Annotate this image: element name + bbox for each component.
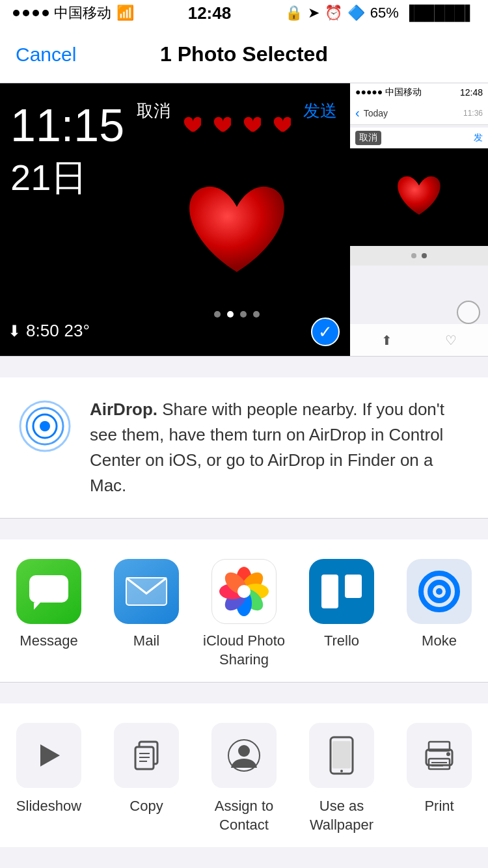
moke-logo-icon bbox=[416, 569, 462, 614]
action-item-copy[interactable]: Copy bbox=[104, 723, 189, 816]
selection-checkmark: ✓ bbox=[311, 318, 340, 346]
assign-label: Assign to Contact bbox=[202, 797, 286, 834]
status-right: 🔒 ➤ ⏰ 🔷 65% ▐█████▌ bbox=[285, 5, 475, 21]
message-app-label: Message bbox=[20, 632, 77, 651]
photos-pinwheel-icon bbox=[218, 565, 270, 617]
slideshow-label: Slideshow bbox=[16, 797, 81, 816]
mail-app-label: Mail bbox=[133, 632, 159, 651]
signal-dots bbox=[13, 10, 49, 16]
app-item-mail[interactable]: Mail bbox=[104, 559, 189, 651]
print-label: Print bbox=[424, 797, 454, 816]
assign-icon-box bbox=[211, 723, 277, 788]
icloud-app-icon bbox=[211, 559, 277, 624]
clock-date: 21日 bbox=[10, 154, 87, 203]
status-time: 12:48 bbox=[188, 3, 232, 23]
svg-marker-5 bbox=[34, 603, 40, 610]
app-item-message[interactable]: Message bbox=[7, 559, 91, 651]
mini-share-icon: ⬆ bbox=[381, 332, 392, 348]
airdrop-title: AirDrop. bbox=[90, 400, 157, 419]
mini-today-label: Today bbox=[364, 108, 388, 118]
dot-2 bbox=[227, 311, 234, 318]
copy-label: Copy bbox=[129, 797, 163, 816]
wallpaper-icon-box bbox=[309, 723, 374, 788]
dots-indicator bbox=[124, 311, 350, 318]
mini-cancel-cn: 取消 bbox=[355, 131, 381, 145]
dot-4 bbox=[253, 311, 260, 318]
mail-app-icon bbox=[114, 559, 179, 624]
mail-envelope-icon bbox=[124, 575, 169, 608]
mini-heart-icon bbox=[390, 168, 448, 226]
mini-time: 12:48 bbox=[460, 87, 483, 98]
svg-point-36 bbox=[446, 752, 450, 756]
svg-point-30 bbox=[340, 770, 343, 772]
svg-point-27 bbox=[238, 745, 250, 757]
copy-icon-box bbox=[114, 723, 179, 788]
spacer-3 bbox=[0, 683, 488, 693]
photo-1[interactable]: 11:15 21日 ⬇ 8:50 23° bbox=[0, 83, 124, 357]
temp-label: 23° bbox=[64, 321, 90, 341]
location-icon: ➤ bbox=[308, 5, 319, 21]
action-item-assign[interactable]: Assign to Contact bbox=[202, 723, 286, 834]
svg-point-16 bbox=[237, 585, 251, 598]
wallpaper-label: Use as Wallpaper bbox=[299, 797, 384, 834]
spacer-2 bbox=[0, 519, 488, 529]
photo-3[interactable]: ●●●●● 中国移动 12:48 ‹ Today 11:36 取消 发 bbox=[350, 83, 488, 357]
dot-1 bbox=[214, 311, 221, 318]
app-item-icloud[interactable]: iCloud Photo Sharing bbox=[202, 559, 286, 669]
printer-icon bbox=[420, 738, 459, 774]
mini-dot-2 bbox=[422, 253, 427, 258]
mini-select-circle bbox=[457, 301, 480, 324]
app-share-row: Message Mail bbox=[0, 539, 488, 683]
action-item-print[interactable]: Print bbox=[397, 723, 481, 816]
print-icon-box bbox=[407, 723, 472, 788]
photo-strip: 11:15 21日 ⬇ 8:50 23° 取消 发送 bbox=[0, 83, 488, 357]
icloud-app-label: iCloud Photo Sharing bbox=[202, 632, 286, 669]
svg-rect-29 bbox=[332, 741, 351, 768]
clock-time: 11:15 bbox=[10, 103, 124, 148]
slideshow-icon-box bbox=[16, 723, 81, 788]
app-item-moke[interactable]: Moke bbox=[397, 559, 481, 651]
action-item-wallpaper[interactable]: Use as Wallpaper bbox=[299, 723, 384, 834]
mini-send-icon: 发 bbox=[474, 132, 483, 144]
mini-dot-1 bbox=[411, 253, 416, 258]
airdrop-icon bbox=[16, 397, 74, 455]
cancel-button[interactable]: Cancel bbox=[16, 44, 76, 66]
big-heart-icon bbox=[172, 168, 302, 298]
trello-col-1 bbox=[321, 575, 338, 608]
action-item-slideshow[interactable]: Slideshow bbox=[7, 723, 91, 816]
trello-app-label: Trello bbox=[324, 632, 359, 651]
battery-icon: ▐█████▌ bbox=[404, 5, 475, 21]
spacer-1 bbox=[0, 357, 488, 367]
battery-label: 65% bbox=[370, 5, 399, 21]
slideshow-play-icon bbox=[33, 739, 65, 772]
status-left: 中国移动 📶 bbox=[13, 3, 134, 23]
svg-marker-20 bbox=[40, 744, 60, 766]
mini-time2: 11:36 bbox=[463, 109, 483, 118]
message-app-icon bbox=[16, 559, 81, 624]
mini-back-icon: ‹ bbox=[355, 105, 360, 120]
airdrop-section: AirDrop. Share with people nearby. If yo… bbox=[0, 377, 488, 519]
clock-subtime: 8:50 bbox=[26, 321, 59, 341]
airdrop-description: AirDrop. Share with people nearby. If yo… bbox=[90, 397, 472, 498]
mini-carrier: ●●●●● 中国移动 bbox=[355, 87, 422, 98]
lock-icon: 🔒 bbox=[285, 5, 303, 21]
status-bar: 中国移动 📶 12:48 🔒 ➤ ⏰ 🔷 65% ▐█████▌ bbox=[0, 0, 488, 26]
svg-rect-4 bbox=[29, 575, 68, 603]
trello-col-2 bbox=[345, 575, 362, 598]
svg-point-19 bbox=[436, 588, 442, 595]
trello-app-icon bbox=[309, 559, 374, 624]
photo-2[interactable]: 取消 发送 bbox=[124, 83, 350, 357]
small-hearts bbox=[124, 116, 350, 134]
carrier-label: 中国移动 bbox=[54, 3, 111, 23]
copy-docs-icon bbox=[129, 738, 165, 774]
action-row: Slideshow Copy Assign to Contact bbox=[0, 703, 488, 847]
app-item-trello[interactable]: Trello bbox=[299, 559, 384, 651]
contact-person-icon bbox=[226, 738, 262, 774]
phone-wallpaper-icon bbox=[325, 736, 358, 775]
message-bubble-icon bbox=[26, 572, 72, 611]
nav-bar: Cancel 1 Photo Selected bbox=[0, 26, 488, 83]
bluetooth-icon: 🔷 bbox=[347, 5, 365, 21]
moke-app-icon bbox=[407, 559, 472, 624]
wifi-icon: 📶 bbox=[116, 5, 134, 21]
alarm-icon: ⏰ bbox=[325, 5, 342, 21]
